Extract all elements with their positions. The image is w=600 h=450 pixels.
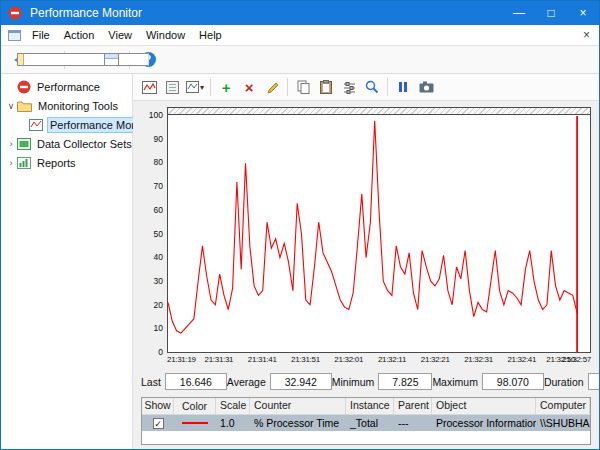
chart-plot [167, 107, 591, 353]
delete-counter-button[interactable]: × [239, 76, 259, 98]
chart-top-hatch [168, 108, 590, 115]
perfmon-logo-icon [8, 6, 22, 20]
properties-icon [343, 81, 356, 94]
tree-item-performance-monitor[interactable]: Performance Monitor [1, 115, 132, 134]
copy-properties-button[interactable] [293, 76, 313, 98]
cell-computer: \\SHUBHAMDALW... [536, 417, 590, 429]
menu-view[interactable]: View [101, 27, 139, 43]
magnifier-icon [365, 80, 379, 94]
tree-item-performance[interactable]: Performance [1, 77, 132, 96]
zoom-button[interactable] [362, 76, 382, 98]
close-button[interactable]: × [567, 1, 599, 25]
y-axis-label: 50 [154, 229, 163, 239]
child-window-close-button[interactable]: × [574, 28, 599, 42]
performance-icon [17, 80, 31, 94]
copy-icon [297, 80, 310, 94]
show-checkbox[interactable]: ✓ [153, 418, 164, 429]
header-show[interactable]: Show [142, 398, 174, 414]
header-scale[interactable]: Scale [216, 398, 250, 414]
tree-item-label: Data Collector Sets [37, 138, 132, 150]
tree-item-label: Reports [37, 157, 76, 169]
performance-monitor-icon [29, 119, 43, 131]
title-bar[interactable]: Performance Monitor — □ × [1, 1, 599, 25]
performance-monitor-window: Performance Monitor — □ × File Action Vi… [0, 0, 600, 450]
last-value: 16.646 [165, 373, 227, 390]
y-axis-label: 40 [154, 252, 163, 262]
current-activity-icon [142, 81, 157, 94]
stats-bar: Last 16.646 Average 32.942 Minimum 7.825… [141, 373, 591, 390]
duration-value: 1:40 [588, 373, 600, 390]
paste-counter-list-button[interactable] [316, 76, 336, 98]
minimum-value: 7.825 [378, 373, 432, 390]
x-axis: 21:31:1921:31:3121:31:4121:31:5121:32:01… [167, 353, 591, 366]
console-window-icon [8, 30, 21, 41]
tree-item-label: Monitoring Tools [38, 100, 118, 112]
menu-window[interactable]: Window [139, 27, 192, 43]
content-area: Performance ∨ Monitoring Tools Performan… [1, 74, 599, 449]
y-axis-label: 10 [154, 323, 163, 333]
counter-table-header: Show Color Scale Counter Instance Parent… [142, 398, 590, 415]
chevron-down-icon: ▾ [200, 83, 204, 92]
tree-item-label: Performance [37, 81, 100, 93]
paste-icon [320, 80, 332, 94]
cell-object: Processor Information [432, 417, 536, 429]
window-controls: — □ × [503, 1, 599, 25]
tree-item-monitoring-tools[interactable]: ∨ Monitoring Tools [1, 96, 132, 115]
header-instance[interactable]: Instance [346, 398, 394, 414]
x-axis-label: 21:31:31 [205, 355, 234, 364]
counter-table: Show Color Scale Counter Instance Parent… [141, 397, 591, 445]
show-console-tree-button[interactable] [71, 49, 95, 71]
maximum-value: 98.070 [482, 373, 544, 390]
highlight-button[interactable] [262, 76, 282, 98]
x-axis-label: 21:31:51 [291, 355, 320, 364]
menu-help[interactable]: Help [192, 27, 229, 43]
plus-icon: + [222, 80, 231, 95]
cell-parent: --- [394, 417, 432, 429]
menu-action[interactable]: Action [57, 27, 102, 43]
toolbar-separator [210, 78, 211, 96]
properties-button[interactable] [339, 76, 359, 98]
tree-item-reports[interactable]: › Reports [1, 153, 132, 172]
header-computer[interactable]: Computer [536, 398, 590, 414]
header-parent[interactable]: Parent [394, 398, 432, 414]
maximize-button[interactable]: □ [535, 1, 567, 25]
log-data-icon [166, 81, 179, 94]
x-axis-label: 21:31:19 [167, 355, 196, 364]
tree-item-data-collector-sets[interactable]: › Data Collector Sets [1, 134, 132, 153]
expander[interactable]: ∨ [5, 101, 17, 111]
view-current-activity-button[interactable] [139, 76, 159, 98]
perfmon-toolbar: ▾ + × [133, 74, 599, 101]
header-counter[interactable]: Counter [250, 398, 346, 414]
y-axis-label: 90 [154, 134, 163, 144]
x-axis-label: 21:32:57 [562, 355, 591, 364]
x-axis-label: 21:32:31 [464, 355, 493, 364]
cell-instance: _Total [346, 417, 394, 429]
header-color[interactable]: Color [174, 398, 216, 414]
menu-file[interactable]: File [25, 27, 57, 43]
pause-icon [399, 82, 407, 92]
y-axis-label: 30 [154, 276, 163, 286]
toolbar-separator [287, 78, 288, 96]
x-axis-label: 21:32:41 [507, 355, 536, 364]
change-graph-type-button[interactable]: ▾ [185, 76, 205, 98]
pencil-icon [265, 80, 279, 94]
main-toolbar: ? [1, 46, 599, 74]
view-log-data-button[interactable] [162, 76, 182, 98]
perfmon-pane: ▾ + × [133, 74, 599, 449]
expander[interactable]: › [5, 158, 17, 168]
average-value: 32.942 [270, 373, 332, 390]
y-axis-label: 100 [149, 110, 163, 120]
expander[interactable]: › [5, 139, 17, 149]
freeze-display-button[interactable] [393, 76, 413, 98]
minimum-label: Minimum [332, 376, 375, 388]
minimize-button[interactable]: — [503, 1, 535, 25]
add-counter-button[interactable]: + [216, 76, 236, 98]
update-data-button[interactable] [416, 76, 436, 98]
cell-counter: % Processor Time [250, 417, 346, 429]
console-tree: Performance ∨ Monitoring Tools Performan… [1, 74, 133, 449]
header-object[interactable]: Object [432, 398, 536, 414]
action-pane-icon [104, 53, 119, 66]
x-axis-label: 21:31:41 [248, 355, 277, 364]
counter-color-swatch [182, 422, 208, 424]
counter-row[interactable]: ✓ 1.0 % Processor Time _Total --- Proces… [142, 415, 590, 431]
